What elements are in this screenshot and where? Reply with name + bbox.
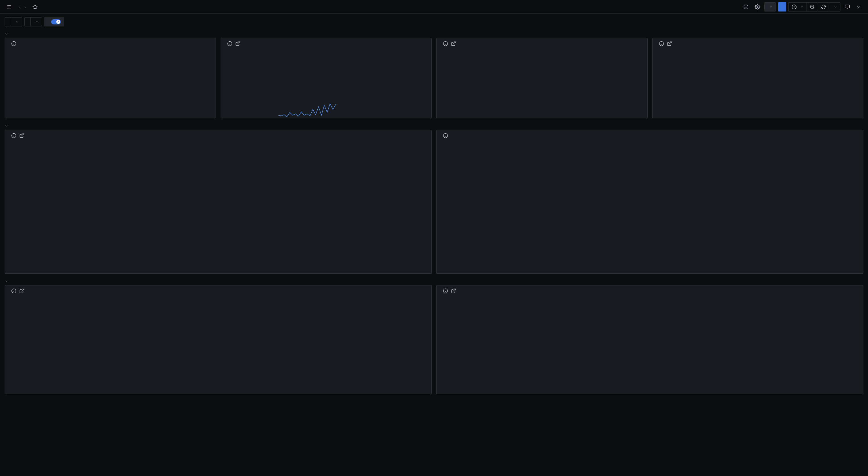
external-link-icon[interactable] <box>667 41 672 46</box>
top-nav-bar: › › <box>0 0 868 14</box>
panel-mysql-thread-cache <box>436 285 863 394</box>
star-dashboard-button[interactable] <box>30 2 40 11</box>
legend-header-name[interactable] <box>437 392 543 394</box>
svg-line-26 <box>669 42 671 44</box>
legend-header-max[interactable] <box>650 392 756 394</box>
chevron-down-icon <box>16 20 19 24</box>
monitor-icon <box>845 4 850 9</box>
add-button[interactable] <box>764 2 776 11</box>
legend-header-min[interactable] <box>778 271 863 273</box>
panel-mysql-client-thread-activity <box>436 130 863 274</box>
chevron-down-icon <box>769 5 773 9</box>
time-picker <box>788 2 840 11</box>
chevron-down-icon <box>834 5 837 9</box>
external-link-icon[interactable] <box>235 41 240 46</box>
info-icon[interactable] <box>11 41 17 46</box>
legend-header-max[interactable] <box>218 271 325 273</box>
info-icon[interactable] <box>443 288 448 294</box>
host-picker[interactable] <box>24 17 42 26</box>
chevron-down-icon <box>800 5 804 9</box>
panel-current-qps <box>221 38 432 118</box>
row-collapse-table-locks[interactable] <box>5 277 863 285</box>
refresh-interval-button[interactable] <box>829 3 840 11</box>
expand-button[interactable] <box>854 2 863 11</box>
chart-questions[interactable] <box>19 297 429 393</box>
chevron-down-icon <box>5 279 8 283</box>
external-link-icon[interactable] <box>451 288 456 294</box>
chevron-down-icon <box>5 32 8 36</box>
panel-mysql-uptime <box>5 38 216 118</box>
legend-header-mean[interactable] <box>112 271 218 273</box>
legend-header-mean[interactable] <box>522 271 607 273</box>
clock-icon <box>792 4 797 9</box>
svg-line-18 <box>237 42 240 44</box>
legend-header-last[interactable] <box>607 271 692 273</box>
svg-line-30 <box>22 133 24 136</box>
info-icon[interactable] <box>11 133 17 138</box>
info-icon[interactable] <box>227 41 232 46</box>
panel-mysql-connections <box>5 130 432 274</box>
external-link-icon[interactable] <box>19 133 24 138</box>
menu-toggle-button[interactable] <box>5 2 14 11</box>
host-label <box>25 18 31 26</box>
breadcrumb-sep: › <box>19 4 20 9</box>
refresh-icon <box>821 4 826 9</box>
legend-table <box>437 271 863 273</box>
chevron-down-icon <box>856 4 861 9</box>
chart-thread-cCache[interactable] <box>451 297 861 391</box>
save-icon <box>743 4 748 9</box>
panel-mysql-questions <box>5 285 432 394</box>
annotations-switch[interactable] <box>51 19 61 24</box>
zoom-out-button[interactable] <box>807 3 818 11</box>
svg-point-4 <box>757 6 758 7</box>
info-icon[interactable] <box>443 133 448 138</box>
tv-mode-button[interactable] <box>843 2 852 11</box>
info-icon[interactable] <box>659 41 664 46</box>
row-collapse-unnamed[interactable] <box>5 30 863 38</box>
breadcrumb: › › <box>16 4 28 9</box>
breadcrumb-sep: › <box>24 4 26 9</box>
annotations-toggle-row <box>44 17 64 26</box>
legend-header-name[interactable] <box>437 271 522 273</box>
settings-button[interactable] <box>753 2 762 11</box>
chevron-down-icon <box>35 20 39 24</box>
svg-line-41 <box>453 289 456 291</box>
interval-picker[interactable] <box>5 17 22 26</box>
legend-header-name[interactable] <box>5 271 112 273</box>
svg-line-37 <box>22 289 24 291</box>
share-button[interactable] <box>778 2 786 11</box>
panel-innodb-buffer-pool-size <box>436 38 648 118</box>
legend-header-min[interactable] <box>756 392 863 394</box>
svg-line-7 <box>813 8 814 9</box>
legend-header-min[interactable] <box>325 271 431 273</box>
legend-table <box>5 271 431 273</box>
external-link-icon[interactable] <box>19 288 24 294</box>
info-icon[interactable] <box>11 288 17 294</box>
save-dashboard-button[interactable] <box>741 2 750 11</box>
chevron-down-icon <box>5 124 8 128</box>
legend-header-mean[interactable] <box>543 392 650 394</box>
sparkline <box>221 101 336 118</box>
refresh-button[interactable] <box>818 3 829 11</box>
svg-marker-3 <box>33 5 37 9</box>
svg-rect-9 <box>845 5 849 8</box>
variable-toolbar <box>0 14 868 30</box>
zoom-out-icon <box>810 4 815 9</box>
legend-table <box>437 392 863 394</box>
time-range-button[interactable] <box>789 3 807 11</box>
legend-header-max[interactable] <box>692 271 778 273</box>
panel-buffer-pool-ram <box>652 38 864 118</box>
svg-line-22 <box>453 42 456 44</box>
gear-icon <box>755 4 760 9</box>
row-collapse-connections[interactable] <box>5 122 863 130</box>
hamburger-icon <box>7 4 12 9</box>
external-link-icon[interactable] <box>451 41 456 46</box>
star-icon <box>32 4 38 9</box>
chart-thread-activity[interactable] <box>451 142 861 270</box>
chart-connections[interactable] <box>19 142 429 270</box>
interval-label <box>5 18 11 26</box>
info-icon[interactable] <box>443 41 448 46</box>
